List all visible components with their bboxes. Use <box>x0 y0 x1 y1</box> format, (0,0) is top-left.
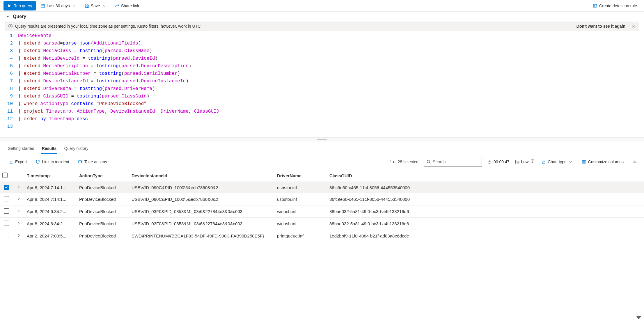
row-checkbox[interactable] <box>4 233 9 238</box>
results-table-wrap: Timestamp ActionType DeviceInstanceId Dr… <box>0 170 644 242</box>
row-checkbox[interactable] <box>4 196 9 201</box>
svg-rect-0 <box>41 4 45 8</box>
expand-row-icon[interactable] <box>17 185 21 190</box>
cell-actiontype: PnpDeviceBlocked <box>77 230 129 242</box>
cell-timestamp: Apr 8, 2024 7:14:1... <box>24 193 77 205</box>
svg-rect-10 <box>79 161 81 163</box>
table-row[interactable]: Apr 2, 2024 7:00:5...PnpDeviceBlockedSWD… <box>0 230 644 242</box>
header-drivername[interactable]: DriverName <box>275 170 327 182</box>
run-query-label: Run query <box>13 3 32 8</box>
save-button[interactable]: Save <box>81 1 110 10</box>
detection-rule-icon <box>593 3 597 8</box>
table-row[interactable]: Apr 8, 2024 6:34:2...PnpDeviceBlockedUSB… <box>0 205 644 218</box>
cell-timestamp: Apr 8, 2024 6:34:2... <box>24 218 77 230</box>
header-timestamp[interactable]: Timestamp <box>24 170 77 182</box>
create-detection-rule-label: Create detection rule <box>599 3 637 8</box>
cell-classguid: 36fc9e60-c465-11cf-8056-444553540000 <box>327 193 644 205</box>
info-bar: Query results are presented in your loca… <box>5 22 639 31</box>
time-range-label: Last 30 days <box>47 3 70 8</box>
cell-classguid: 36fc9e60-c465-11cf-8056-444553540000 <box>327 182 644 193</box>
cell-actiontype: PnpDeviceBlocked <box>77 218 129 230</box>
svg-rect-4 <box>86 4 87 5</box>
info-icon[interactable]: i <box>531 159 534 163</box>
take-actions-button[interactable]: Take actions <box>76 157 109 166</box>
header-checkbox[interactable] <box>0 170 13 182</box>
chevron-down-icon <box>568 159 573 164</box>
scroll-up-triangle[interactable] <box>632 160 637 163</box>
results-tabs: Getting started Results Query history <box>0 141 644 154</box>
expand-row-icon[interactable] <box>17 197 21 202</box>
info-icon <box>8 24 13 29</box>
header-classguid[interactable]: ClassGUID <box>327 170 644 182</box>
link-to-incident-button[interactable]: Link to incident <box>34 157 71 166</box>
close-icon[interactable] <box>631 24 636 29</box>
table-header-row: Timestamp ActionType DeviceInstanceId Dr… <box>0 170 644 182</box>
download-icon <box>9 159 13 164</box>
cell-drivername: printqueue.inf <box>275 230 327 242</box>
cell-classguid: 88bae032-5a81-49f0-bc3d-a4ff138216d6 <box>327 218 644 230</box>
svg-line-12 <box>430 163 431 164</box>
svg-rect-16 <box>582 160 586 163</box>
tab-query-history[interactable]: Query history <box>63 144 89 154</box>
cell-actiontype: PnpDeviceBlocked <box>77 182 129 193</box>
chart-icon <box>541 159 546 164</box>
row-checkbox[interactable] <box>4 185 9 190</box>
selection-count: 1 of 28 selected <box>390 159 418 164</box>
header-deviceinstanceid[interactable]: DeviceInstanceId <box>129 170 275 182</box>
save-icon <box>84 3 89 8</box>
cell-drivername: usbstor.inf <box>275 182 327 193</box>
play-icon <box>7 3 12 8</box>
take-actions-label: Take actions <box>84 159 107 164</box>
tab-getting-started[interactable]: Getting started <box>7 144 35 154</box>
expand-row-icon[interactable] <box>17 221 21 226</box>
svg-point-11 <box>427 160 430 163</box>
elapsed-time: 00:00.47 <box>494 159 510 164</box>
cell-timestamp: Apr 8, 2024 6:34:2... <box>24 205 77 218</box>
resource-usage: Low i <box>515 159 535 164</box>
query-timer: 00:00.47 <box>487 159 510 164</box>
chevron-down-icon <box>102 3 107 8</box>
row-checkbox[interactable] <box>4 221 9 226</box>
cell-deviceinstanceid: USB\VID_03F0&PID_0853&MI_03\6&227844e3&0… <box>129 218 275 230</box>
chart-type-label: Chart type <box>548 159 567 164</box>
tab-results[interactable]: Results <box>41 144 57 154</box>
query-title: Query <box>13 14 26 19</box>
customize-columns-button[interactable]: Customize columns <box>580 157 625 166</box>
create-detection-rule-button[interactable]: Create detection rule <box>589 1 641 10</box>
save-label: Save <box>91 3 100 8</box>
chevron-down-icon <box>72 3 76 8</box>
table-row[interactable]: Apr 8, 2024 6:34:2...PnpDeviceBlockedUSB… <box>0 218 644 230</box>
time-range-button[interactable]: Last 30 days <box>37 1 80 10</box>
export-button[interactable]: Export <box>7 157 29 166</box>
run-query-button[interactable]: Run query <box>3 1 36 10</box>
search-input[interactable] <box>433 159 479 164</box>
header-actiontype[interactable]: ActionType <box>77 170 129 182</box>
bars-icon <box>515 160 519 164</box>
svg-point-9 <box>10 25 11 26</box>
table-row[interactable]: Apr 8, 2024 7:14:1...PnpDeviceBlockedUSB… <box>0 193 644 205</box>
severity-label: Low <box>521 159 529 164</box>
share-link-button[interactable]: Share link <box>111 1 143 10</box>
cell-deviceinstanceid: USB\VID_090C&PID_1000\5&ecb7860&0&2 <box>129 182 275 193</box>
shield-icon <box>36 159 40 164</box>
results-toolbar: Export Link to incident Take actions 1 o… <box>0 154 644 170</box>
table-row[interactable]: Apr 8, 2024 7:14:1...PnpDeviceBlockedUSB… <box>0 182 644 193</box>
chart-type-button[interactable]: Chart type <box>540 157 575 166</box>
calendar-icon <box>40 3 45 8</box>
cell-deviceinstanceid: USB\VID_03F0&PID_0853&MI_03\6&227844e3&0… <box>129 205 275 218</box>
cell-classguid: 1ed2bbf9-11f0-4084-b21f-ad83a8e6dcdc <box>327 230 644 242</box>
share-icon <box>115 3 119 8</box>
row-checkbox[interactable] <box>4 208 9 214</box>
query-editor[interactable]: 1 2 3 4 5 6 7 8 9 10 11 12 13 DeviceEven… <box>0 31 644 137</box>
query-section-header[interactable]: Query <box>0 12 644 20</box>
cell-drivername: winusb.inf <box>275 218 327 230</box>
expand-row-icon[interactable] <box>17 209 21 214</box>
splitter-handle[interactable] <box>0 137 644 141</box>
stopwatch-icon <box>487 159 492 164</box>
editor-code[interactable]: DeviceEvents | extend parsed=parse_json(… <box>18 32 219 130</box>
search-box[interactable] <box>424 157 482 167</box>
expand-row-icon[interactable] <box>17 233 21 238</box>
info-bar-text: Query results are presented in your loca… <box>15 24 202 29</box>
info-bar-dismiss-link[interactable]: Don't want to see it again <box>576 24 629 29</box>
cell-drivername: usbstor.inf <box>275 193 327 205</box>
